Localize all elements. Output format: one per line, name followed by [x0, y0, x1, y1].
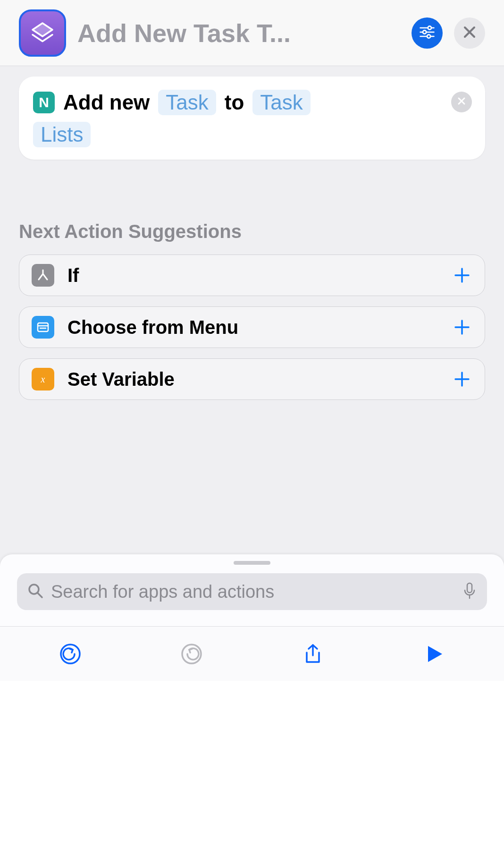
add-suggestion-button[interactable]: [452, 265, 472, 286]
svg-marker-26: [428, 646, 442, 662]
share-button[interactable]: [299, 640, 327, 668]
branch-icon: [32, 264, 54, 287]
variable-icon: x: [32, 368, 54, 391]
suggestion-label: Set Variable: [67, 369, 438, 390]
microphone-icon[interactable]: [462, 582, 477, 602]
app-action-icon: N: [33, 92, 55, 113]
menu-icon: [32, 316, 54, 339]
editor-area: N Add new Task to Task Lists Next Action…: [0, 66, 504, 554]
blank-area: [0, 681, 504, 866]
action-connector: to: [225, 91, 244, 114]
redo-button[interactable]: [177, 640, 206, 668]
suggestion-set-variable[interactable]: x Set Variable: [19, 358, 485, 400]
suggestions-heading: Next Action Suggestions: [19, 221, 485, 242]
svg-line-21: [38, 593, 42, 597]
svg-point-3: [423, 30, 426, 34]
shortcut-title[interactable]: Add New Task T...: [77, 18, 400, 48]
action-param-task[interactable]: Task: [158, 90, 216, 115]
sheet-grabber[interactable]: [234, 561, 270, 565]
search-icon: [27, 583, 43, 601]
undo-button[interactable]: [56, 640, 84, 668]
svg-rect-22: [467, 583, 472, 593]
suggestion-choose-from-menu[interactable]: Choose from Menu: [19, 306, 485, 348]
run-button[interactable]: [420, 640, 448, 668]
action-param-target-2[interactable]: Lists: [33, 122, 91, 147]
add-suggestion-button[interactable]: [452, 369, 472, 390]
action-prefix: Add new: [63, 91, 150, 114]
action-param-target-1[interactable]: Task: [252, 90, 310, 115]
settings-button[interactable]: [412, 17, 443, 49]
search-input[interactable]: [51, 582, 455, 602]
svg-point-1: [428, 26, 431, 29]
svg-text:x: x: [41, 374, 45, 384]
svg-point-5: [427, 34, 430, 38]
search-sheet[interactable]: [0, 554, 504, 626]
delete-action-button[interactable]: [451, 92, 472, 112]
header: Add New Task T...: [0, 0, 504, 66]
bottom-toolbar: [0, 626, 504, 681]
suggestion-if[interactable]: If: [19, 255, 485, 296]
shortcuts-icon[interactable]: [19, 9, 66, 57]
x-icon: [457, 96, 466, 108]
close-icon: [462, 25, 477, 41]
close-button[interactable]: [454, 17, 485, 49]
add-suggestion-button[interactable]: [452, 317, 472, 338]
search-field-wrap[interactable]: [17, 573, 487, 610]
sliders-icon: [419, 24, 436, 42]
suggestion-label: Choose from Menu: [67, 317, 438, 338]
suggestion-label: If: [67, 265, 438, 286]
action-card[interactable]: N Add new Task to Task Lists: [19, 76, 485, 160]
svg-rect-12: [38, 323, 48, 331]
